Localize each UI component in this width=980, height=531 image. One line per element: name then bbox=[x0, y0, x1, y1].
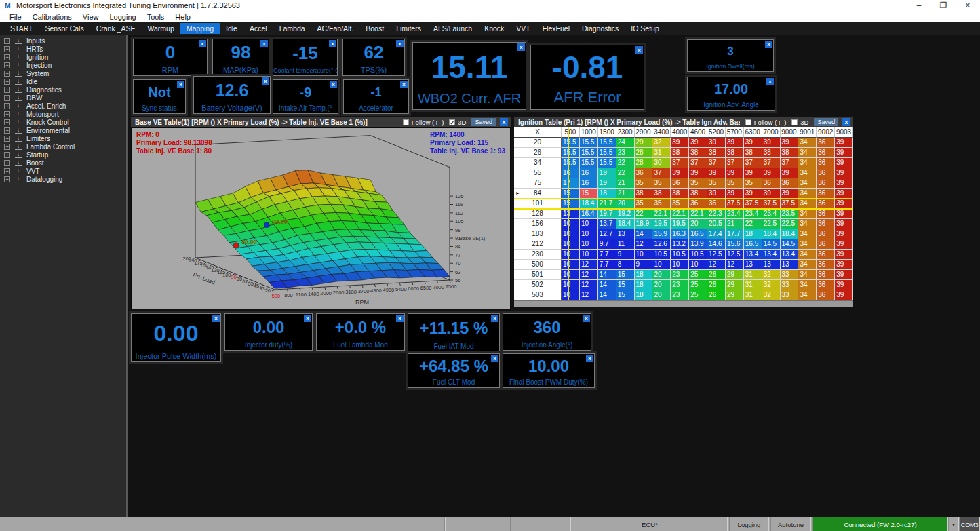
table-cell[interactable]: 22 bbox=[616, 168, 635, 178]
table-cell[interactable]: 18.4 bbox=[616, 219, 635, 229]
tab-idle[interactable]: Idle bbox=[220, 23, 243, 34]
table-cell[interactable]: 29 bbox=[635, 138, 653, 148]
row-header[interactable]: 101 bbox=[514, 199, 562, 209]
table-cell[interactable]: 8 bbox=[616, 260, 635, 270]
column-header[interactable]: 7000 bbox=[762, 127, 781, 138]
follow-checkbox[interactable] bbox=[403, 119, 409, 125]
expander-plus-icon[interactable]: + bbox=[4, 152, 10, 158]
menu-file[interactable]: File bbox=[4, 13, 27, 21]
status-connected[interactable]: Connected (FW 2.0-rc27) bbox=[812, 517, 948, 531]
table-cell[interactable]: 39 bbox=[671, 138, 689, 148]
table-cell[interactable]: 15 bbox=[616, 280, 635, 290]
table-cell[interactable]: 10 bbox=[580, 239, 598, 250]
table-cell[interactable]: 21 bbox=[616, 189, 635, 199]
table-cell[interactable]: 39 bbox=[762, 138, 781, 148]
table-cell[interactable]: 18.9 bbox=[635, 219, 653, 229]
table-cell[interactable]: 36 bbox=[781, 178, 799, 189]
sidebar-item-knock-control[interactable]: +↓Knock Control bbox=[4, 118, 126, 126]
table-cell[interactable]: 35 bbox=[635, 199, 653, 209]
table-cell[interactable]: 26 bbox=[707, 290, 726, 300]
tab-ac-fan-alt[interactable]: AC/Fan/Alt. bbox=[311, 23, 360, 34]
table-cell[interactable]: 23.4 bbox=[726, 209, 744, 219]
table-cell[interactable]: 36 bbox=[817, 158, 835, 168]
table-cell[interactable]: 39 bbox=[835, 290, 853, 300]
column-header[interactable]: 500 bbox=[562, 127, 580, 138]
table-cell[interactable]: 29 bbox=[726, 270, 744, 280]
table-cell[interactable]: 10 bbox=[671, 260, 689, 270]
table-cell[interactable]: 15.5 bbox=[562, 158, 580, 168]
table-cell[interactable]: 36 bbox=[817, 148, 835, 158]
table-cell[interactable]: 18.4 bbox=[781, 229, 799, 239]
table-cell[interactable]: 20 bbox=[616, 199, 635, 209]
close-icon[interactable]: x bbox=[304, 315, 311, 322]
tab-limiters[interactable]: Limiters bbox=[390, 23, 427, 34]
column-header[interactable]: 9001 bbox=[798, 127, 817, 138]
table-cell[interactable]: 36 bbox=[635, 168, 653, 178]
expander-plus-icon[interactable]: + bbox=[4, 79, 10, 85]
table-cell[interactable]: 15 bbox=[562, 189, 580, 199]
table-cell[interactable]: 10 bbox=[562, 250, 580, 260]
tab-start[interactable]: START bbox=[4, 23, 39, 34]
column-header[interactable]: 1500 bbox=[598, 127, 616, 138]
table-cell[interactable]: 37 bbox=[781, 158, 799, 168]
table-cell[interactable]: 9.7 bbox=[598, 239, 616, 250]
table-cell[interactable]: 39 bbox=[744, 168, 762, 178]
tab-crank-ase[interactable]: Crank _ASE bbox=[90, 23, 142, 34]
table-cell[interactable]: 25 bbox=[689, 270, 707, 280]
table-cell[interactable]: 36 bbox=[817, 178, 835, 189]
table-cell[interactable]: 12 bbox=[726, 260, 744, 270]
table-cell[interactable]: 22.1 bbox=[652, 209, 671, 219]
table-cell[interactable]: 37.5 bbox=[762, 199, 781, 209]
table-cell[interactable]: 24 bbox=[616, 138, 635, 148]
table-cell[interactable]: 39 bbox=[835, 178, 853, 189]
table-cell[interactable]: 10 bbox=[689, 260, 707, 270]
table-cell[interactable]: 39 bbox=[835, 168, 853, 178]
table-cell[interactable]: 32 bbox=[762, 280, 781, 290]
table-cell[interactable]: 38 bbox=[671, 148, 689, 158]
menu-view[interactable]: View bbox=[77, 13, 104, 21]
table-cell[interactable]: 12.6 bbox=[652, 239, 671, 250]
expander-plus-icon[interactable]: + bbox=[4, 103, 10, 109]
table-cell[interactable]: 14.5 bbox=[781, 239, 799, 250]
table-cell[interactable]: 39 bbox=[835, 239, 853, 250]
close-button[interactable]: × bbox=[956, 0, 980, 12]
table-cell[interactable]: 34 bbox=[798, 178, 817, 189]
table-cell[interactable]: 19.5 bbox=[652, 219, 671, 229]
expander-plus-icon[interactable]: + bbox=[4, 87, 10, 93]
table-cell[interactable]: 10 bbox=[562, 239, 580, 250]
tab-io-setup[interactable]: IO Setup bbox=[625, 23, 665, 34]
table-cell[interactable]: 22.5 bbox=[781, 219, 799, 229]
table-cell[interactable]: 34 bbox=[798, 260, 817, 270]
table-cell[interactable]: 34 bbox=[798, 229, 817, 239]
table-cell[interactable]: 32 bbox=[762, 290, 781, 300]
table-cell[interactable]: 18.4 bbox=[762, 229, 781, 239]
table-cell[interactable]: 15.5 bbox=[580, 158, 598, 168]
table-cell[interactable]: 29 bbox=[726, 290, 744, 300]
table-cell[interactable]: 39 bbox=[835, 270, 853, 280]
table-cell[interactable]: 39 bbox=[726, 189, 744, 199]
close-icon[interactable]: x bbox=[517, 43, 525, 51]
table-cell[interactable]: 38 bbox=[726, 148, 744, 158]
table-cell[interactable]: 39 bbox=[671, 168, 689, 178]
table-cell[interactable]: 37 bbox=[726, 158, 744, 168]
table-cell[interactable]: 39 bbox=[835, 209, 853, 219]
column-header[interactable]: 9002 bbox=[817, 127, 835, 138]
row-header[interactable]: 230 bbox=[514, 250, 562, 260]
menu-help[interactable]: Help bbox=[170, 13, 196, 21]
expander-plus-icon[interactable]: + bbox=[4, 54, 10, 60]
table-cell[interactable]: 13.4 bbox=[781, 250, 799, 260]
table-cell[interactable]: 12 bbox=[580, 260, 598, 270]
table-cell[interactable]: 19.5 bbox=[671, 219, 689, 229]
column-header[interactable]: 5700 bbox=[726, 127, 744, 138]
table-cell[interactable]: 38 bbox=[635, 189, 653, 199]
table-cell[interactable]: 39 bbox=[762, 189, 781, 199]
table-cell[interactable]: 25 bbox=[689, 280, 707, 290]
table-cell[interactable]: 34 bbox=[798, 189, 817, 199]
column-header[interactable]: 4000 bbox=[671, 127, 689, 138]
table-cell[interactable]: 23 bbox=[671, 270, 689, 280]
table-cell[interactable]: 39 bbox=[744, 189, 762, 199]
table-cell[interactable]: 39 bbox=[835, 138, 853, 148]
close-icon[interactable]: x bbox=[329, 40, 336, 47]
table-cell[interactable]: 19.2 bbox=[616, 209, 635, 219]
table-cell[interactable]: 10 bbox=[580, 250, 598, 260]
